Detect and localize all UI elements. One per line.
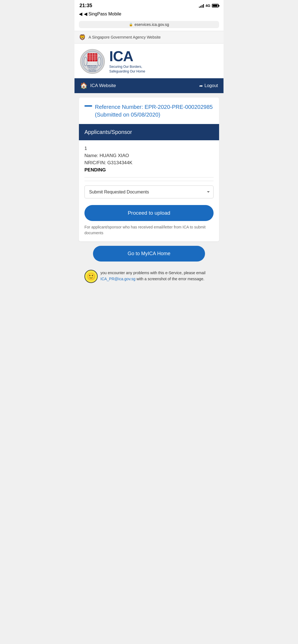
- reference-card: Reference Number: EPR-2020-PRE-000202985…: [79, 98, 219, 241]
- blue-dash-icon: [84, 105, 92, 107]
- top-nav-left: 🏠 ICA Website: [80, 82, 116, 89]
- ica-title: ICA: [109, 49, 145, 63]
- applicant-name: Name: HUANG XIAO: [84, 153, 214, 158]
- singpass-nav: ◀ ◀ SingPass Mobile: [74, 10, 223, 19]
- gov-banner: 🦁 A Singapore Government Agency Website: [74, 31, 223, 44]
- logo-area: IMMIGRATION & CHECKPOINTS AUTHORITY SING…: [74, 44, 223, 78]
- helper-text: For applicant/sponsor who has received e…: [84, 224, 214, 236]
- dropdown-container[interactable]: Submit Requested Documents: [84, 185, 214, 198]
- proceed-to-upload-button[interactable]: Proceed to upload: [84, 205, 214, 221]
- url-text: eservices.ica.gov.sg: [134, 22, 169, 27]
- ica-logo-svg: IMMIGRATION & CHECKPOINTS AUTHORITY SING…: [81, 50, 103, 72]
- svg-point-9: [98, 57, 101, 66]
- network-label: 4G: [206, 4, 210, 8]
- status-icons: 4G: [199, 4, 219, 8]
- signal-icon: [199, 4, 204, 8]
- top-nav: 🏠 ICA Website ➦ Logout: [74, 78, 223, 93]
- applicant-number: 1: [84, 146, 214, 151]
- footer-email-link[interactable]: ICA_PR@ica.gov.sg: [100, 277, 135, 281]
- myica-home-button[interactable]: Go to MyICA Home: [93, 246, 205, 262]
- gov-banner-text: A Singapore Government Agency Website: [89, 35, 161, 39]
- footer-text-suffix: with a screenshot of the error message.: [137, 277, 204, 281]
- footer-text: you encounter any problems with this e-S…: [100, 270, 214, 282]
- ica-logo-circle: IMMIGRATION & CHECKPOINTS AUTHORITY SING…: [80, 49, 105, 74]
- logout-label: Logout: [204, 83, 218, 88]
- reference-number-section: Reference Number: EPR-2020-PRE-000202985…: [84, 103, 214, 118]
- home-icon[interactable]: 🏠: [80, 82, 87, 89]
- svg-text:SINGAPORE: SINGAPORE: [89, 70, 96, 72]
- lock-icon: 🔒: [129, 23, 133, 26]
- url-bar[interactable]: 🔒 eservices.ica.gov.sg: [74, 19, 223, 31]
- applicant-status: PENDING: [84, 167, 214, 173]
- logout-button[interactable]: ➦ Logout: [199, 83, 218, 88]
- ica-website-label: ICA Website: [90, 83, 116, 88]
- svg-text:AUTHORITY: AUTHORITY: [89, 68, 97, 70]
- back-arrow-icon[interactable]: ◀: [79, 11, 82, 17]
- status-bar: 21:35 4G: [74, 0, 223, 10]
- svg-point-8: [84, 57, 87, 66]
- smiley-icon: 🙂: [84, 270, 98, 283]
- applicant-nric: NRIC/FIN: G3134344K: [84, 160, 214, 166]
- status-time: 21:35: [79, 3, 92, 9]
- battery-icon: [212, 4, 219, 7]
- reference-text: Reference Number: EPR-2020-PRE-000202985…: [95, 103, 214, 118]
- divider-2: [84, 181, 214, 181]
- section-header: Applicants/Sponsor: [79, 124, 219, 140]
- logout-icon: ➦: [199, 83, 203, 88]
- footer: 🙂 you encounter any problems with this e…: [79, 267, 219, 289]
- footer-text-prefix: you encounter any problems with this e-S…: [100, 271, 206, 275]
- ica-subtitle: Securing Our Borders,Safeguarding Our Ho…: [109, 64, 145, 74]
- main-content: Reference Number: EPR-2020-PRE-000202985…: [74, 93, 223, 293]
- action-dropdown[interactable]: Submit Requested Documents: [84, 185, 214, 198]
- singpass-label: ◀ SingPass Mobile: [84, 11, 121, 17]
- lion-head-icon: 🦁: [79, 34, 86, 41]
- ica-text-area: ICA Securing Our Borders,Safeguarding Ou…: [109, 49, 145, 74]
- divider-1: [84, 177, 214, 177]
